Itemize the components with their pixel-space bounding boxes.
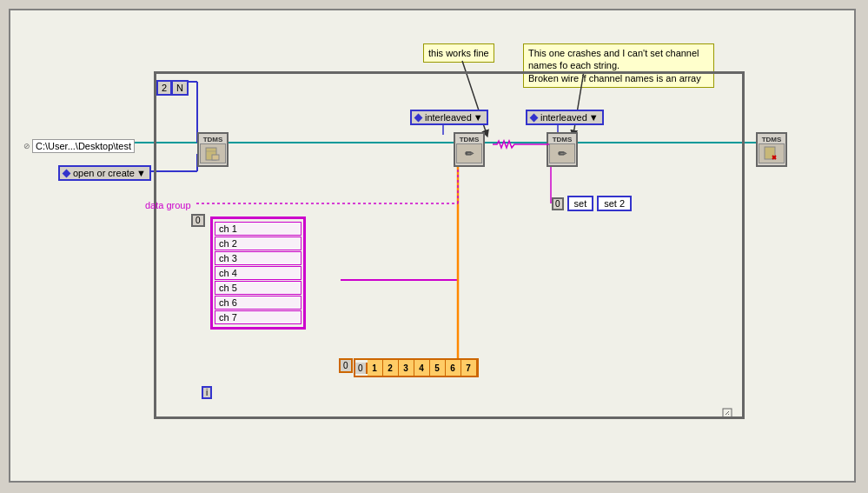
set-2-box: set 2 [597,196,632,211]
numeric-cell-4: 4 [414,360,430,376]
filepath-text: C:\User...\Desktop\test [32,139,135,153]
open-or-create-dropdown[interactable]: open or create ▼ [58,165,151,181]
set-1-box: set [567,196,594,211]
channel-item-3: ch 3 [215,251,301,265]
tdms-write-1-block[interactable]: TDMS ✏ [454,132,485,167]
tdms-write-2-icon: ✏ [549,143,575,163]
channel-array-box: ch 1 ch 2 ch 3 ch 4 ch 5 ch 6 ch 7 [210,217,306,330]
set-array-index: 0 [552,197,564,210]
tdms-write-2-block[interactable]: TDMS ✏ [547,132,578,167]
tdms-open-label: TDMS [203,136,223,143]
dropdown-arrow-icon-1: ▼ [474,112,483,123]
numeric-cell-1: 1 [368,360,383,376]
dropdown-arrow-icon-2: ▼ [589,112,599,123]
channel-item-1: ch 1 [215,222,301,236]
tdms-open-block[interactable]: TDMS [197,132,229,167]
broken-wire-squiggle [493,139,549,150]
channel-array-container: 0 ch 1 ch 2 ch 3 ch 4 ch 5 ch 6 ch 7 [210,217,306,330]
interleaved-2-label: interleaved [540,112,587,123]
numeric-cell-6: 6 [446,360,461,376]
channel-item-7: ch 7 [215,310,301,324]
numeric-array-block: 0 1 2 3 4 5 6 7 [354,358,479,377]
interleaved-dropdown-2[interactable]: interleaved ▼ [526,110,604,125]
filepath-icon: ⊘ [23,142,30,150]
open-or-create-label: open or create [73,168,135,178]
iteration-terminal: i [202,386,212,399]
numeric-cell-5: 5 [430,360,446,376]
diamond-icon [63,169,71,177]
channel-array-index: 0 [191,214,205,227]
interleaved-1-label: interleaved [425,112,472,123]
tdms-write-2-label: TDMS [553,136,573,143]
diamond-icon-1 [414,113,423,122]
numeric-cell-7: 7 [461,360,477,376]
tdms-final-label: TDMS [762,136,782,143]
tdms-write-1-icon: ✏ [456,143,482,163]
channel-item-4: ch 4 [215,266,301,280]
channel-item-5: ch 5 [215,281,301,295]
numeric-array-index: 0 [355,363,368,374]
tdms-final-icon [759,143,785,163]
numeric-outer-index: 0 [339,358,353,373]
channel-item-6: ch 6 [215,296,301,310]
numeric-cell-2: 2 [383,360,399,376]
pencil-icon-2: ✏ [558,148,567,160]
callout-works: this works fine [423,43,494,63]
tdms-final-block[interactable]: TDMS [756,132,787,167]
tdms-open-icon [200,143,226,163]
callout-works-text: this works fine [428,48,489,58]
diamond-icon-2 [530,113,539,122]
interleaved-dropdown-1[interactable]: interleaved ▼ [410,110,488,125]
dropdown-arrow-icon: ▼ [136,168,146,178]
channel-item-2: ch 2 [215,237,301,250]
tdms-write-1-label: TDMS [460,136,480,143]
main-canvas: this works fine This one crashes and I c… [9,9,856,483]
filepath-block: ⊘ C:\User...\Desktop\test [23,139,135,153]
svg-rect-26 [212,155,219,160]
set-array-block: 0 set set 2 [552,196,632,211]
pencil-icon-1: ✏ [465,148,474,160]
numeric-cells: 1 2 3 4 5 6 7 [368,360,477,376]
data-group-label: data group [145,200,191,210]
numeric-cell-3: 3 [399,360,414,376]
